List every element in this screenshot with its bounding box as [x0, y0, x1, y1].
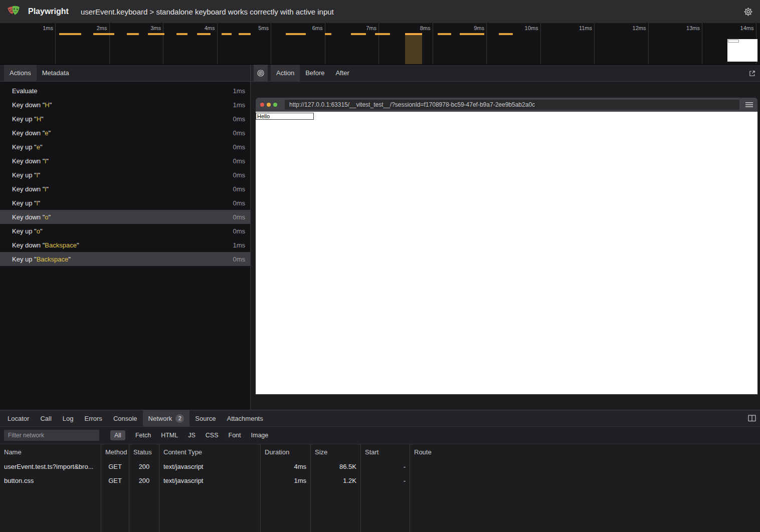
action-row[interactable]: Key up "H"0ms	[0, 112, 250, 126]
action-duration: 0ms	[233, 143, 245, 151]
action-row[interactable]: Key down "H"1ms	[0, 98, 250, 112]
action-key-value: o	[45, 213, 48, 221]
timeline-tick-label: 4ms	[186, 25, 215, 31]
tab-source[interactable]: Source	[189, 410, 221, 426]
timeline[interactable]: 1ms2ms3ms4ms5ms6ms7ms8ms9ms10ms11ms12ms1…	[0, 23, 760, 65]
trace-viewer: Playwright userEvent.keyboard > standalo…	[0, 0, 760, 532]
settings-button[interactable]	[741, 0, 755, 23]
filter-chip-font[interactable]: Font	[229, 430, 241, 440]
app-name: Playwright	[28, 7, 69, 16]
timeline-action-marker	[93, 33, 114, 35]
filter-chip-all[interactable]: All	[110, 430, 125, 440]
tab-log[interactable]: Log	[57, 410, 79, 426]
external-link-icon	[748, 70, 756, 77]
action-row[interactable]: Key up "e"0ms	[0, 140, 250, 154]
tab-actions[interactable]: Actions	[4, 65, 37, 81]
action-label: "	[68, 255, 71, 263]
network-filter-row: AllFetchHTMLJSCSSFontImage	[0, 427, 760, 444]
network-table-filler	[0, 487, 101, 532]
action-key-value: H	[37, 115, 41, 123]
tab-before-snapshot[interactable]: Before	[300, 65, 330, 81]
network-cell[interactable]: 1ms	[261, 473, 311, 487]
tab-metadata[interactable]: Metadata	[37, 65, 75, 81]
network-cell[interactable]: 1.2K	[311, 473, 361, 487]
timeline-action-marker	[148, 33, 164, 35]
action-duration: 1ms	[233, 241, 245, 249]
timeline-selected-action-marker	[405, 33, 422, 35]
action-row[interactable]: Evaluate1ms	[0, 84, 250, 98]
action-row[interactable]: Key up "l"0ms	[0, 168, 250, 182]
timeline-tick-label: 1ms	[24, 25, 53, 31]
timeline-action-marker	[325, 33, 331, 35]
filter-chip-css[interactable]: CSS	[206, 430, 219, 440]
action-row[interactable]: Key down "o"0ms	[0, 210, 250, 224]
action-row[interactable]: Key up "o"0ms	[0, 224, 250, 238]
timeline-action-marker	[127, 33, 139, 35]
timeline-selection-band[interactable]	[405, 33, 422, 64]
page-text-input[interactable]	[256, 113, 314, 120]
timeline-tick-label: 11ms	[563, 25, 592, 31]
filter-chip-fetch[interactable]: Fetch	[135, 430, 151, 440]
action-duration: 0ms	[233, 227, 245, 235]
playwright-logo-icon	[6, 4, 23, 20]
network-cell[interactable]: -	[361, 473, 410, 487]
tab-locator[interactable]: Locator	[2, 410, 35, 426]
action-label: Key down "	[12, 241, 45, 249]
network-cell[interactable]	[410, 473, 760, 487]
actions-tabbar: Actions Metadata	[0, 65, 250, 82]
filter-chip-html[interactable]: HTML	[161, 430, 178, 440]
network-cell[interactable]: 4ms	[261, 459, 311, 473]
action-row[interactable]: Key up "l"0ms	[0, 196, 250, 210]
network-cell[interactable]: button.css	[0, 473, 101, 487]
tab-errors[interactable]: Errors	[79, 410, 107, 426]
tab-action-snapshot[interactable]: Action	[271, 65, 300, 81]
timeline-tick-label: 2ms	[78, 25, 107, 31]
action-row[interactable]: Key up "Backspace"0ms	[0, 252, 250, 266]
action-duration: 0ms	[233, 171, 245, 179]
open-snapshot-button[interactable]	[748, 65, 756, 82]
tab-call[interactable]: Call	[35, 410, 57, 426]
action-row[interactable]: Key down "l"0ms	[0, 182, 250, 196]
network-table-filler	[261, 487, 311, 532]
action-duration: 0ms	[233, 199, 245, 207]
action-key-value: o	[37, 227, 40, 235]
network-header-content-type: Content Type	[159, 444, 261, 459]
hamburger-menu-icon	[745, 102, 753, 108]
timeline-gridline	[378, 23, 379, 64]
tab-after-snapshot[interactable]: After	[330, 65, 354, 81]
tab-label: Log	[63, 415, 74, 422]
timeline-screenshot-thumbnail	[727, 39, 757, 62]
filter-chip-image[interactable]: Image	[251, 430, 269, 440]
network-cell[interactable]: text/javascript	[159, 459, 261, 473]
tab-console[interactable]: Console	[108, 410, 143, 426]
action-row[interactable]: Key down "e"0ms	[0, 126, 250, 140]
tab-label: Errors	[84, 415, 102, 422]
action-row[interactable]: Key down "Backspace"1ms	[0, 238, 250, 252]
action-label: "	[46, 157, 49, 165]
network-cell[interactable]: 200	[129, 459, 159, 473]
filter-network-input[interactable]	[4, 430, 99, 441]
network-cell[interactable]: -	[361, 459, 410, 473]
tab-attachments[interactable]: Attachments	[221, 410, 268, 426]
network-cell[interactable]: text/javascript	[159, 473, 261, 487]
action-label: Key up "	[12, 255, 37, 263]
filter-chip-js[interactable]: JS	[188, 430, 196, 440]
network-cell[interactable]	[410, 459, 760, 473]
network-cell[interactable]: GET	[101, 459, 129, 473]
network-cell[interactable]: userEvent.test.ts?import&bro...	[0, 459, 101, 473]
tab-network[interactable]: Network2	[143, 410, 190, 426]
pick-locator-button[interactable]	[254, 65, 268, 81]
network-cell[interactable]: GET	[101, 473, 129, 487]
columns-icon	[748, 415, 756, 422]
timeline-gridline	[163, 23, 163, 64]
action-label: "	[38, 171, 41, 179]
top-bar: Playwright userEvent.keyboard > standalo…	[0, 0, 760, 23]
network-cell[interactable]: 200	[129, 473, 159, 487]
action-label: Key up "	[12, 227, 37, 235]
toggle-layout-button[interactable]	[748, 410, 756, 426]
timeline-gridline	[594, 23, 595, 64]
action-row[interactable]: Key down "l"0ms	[0, 154, 250, 168]
action-duration: 1ms	[233, 87, 245, 95]
timeline-action-marker	[176, 33, 187, 35]
network-cell[interactable]: 86.5K	[311, 459, 361, 473]
